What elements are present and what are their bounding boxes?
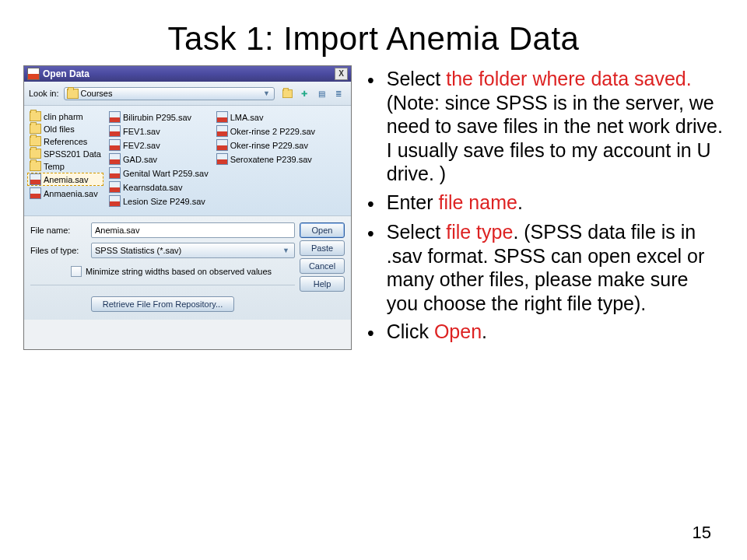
file-label: Oker-rinse 2 P229.sav [230,127,315,136]
file-label: Old files [44,124,75,134]
file-label: Seroxatene P239.sav [230,155,312,164]
bullet-dot: • [367,320,374,345]
slide-content: Open Data X Look in: Courses ▼ ✚ ▤ [0,65,747,350]
bullet-text: Enter file name. [387,191,523,216]
file-item[interactable]: LMA.sav [214,110,317,124]
sav-file-icon [216,125,228,137]
file-type-dropdown[interactable]: SPSS Statistics (*.sav) ▼ [91,243,295,258]
paste-button[interactable]: Paste [300,240,345,256]
look-in-label: Look in: [29,89,59,98]
sav-file-icon [109,111,121,123]
sav-file-icon [109,139,121,151]
sav-file-icon [109,181,121,193]
sav-file-icon [109,195,121,207]
bullet-dot: • [367,191,374,216]
minimize-label: Minimize string widths based on observed… [86,267,272,276]
file-label: LMA.sav [230,113,264,122]
sav-file-icon [109,167,121,179]
bullet-dot: • [367,220,374,315]
file-column: LMA.savOker-rinse 2 P229.savOker-rinse P… [214,110,317,208]
file-item[interactable]: Genital Wart P259.sav [107,166,211,180]
chevron-down-icon: ▼ [261,89,272,97]
file-item[interactable]: Oker-rinse 2 P229.sav [214,124,317,138]
file-label: Anemia.sav [44,175,88,184]
details-view-icon[interactable]: ≣ [331,86,346,101]
sav-file-icon [109,153,121,165]
folder-item[interactable]: clin pharm [27,110,103,122]
folder-item[interactable]: Old files [27,123,103,135]
sav-file-icon [30,173,41,185]
dialog-title: Open Data [43,68,89,79]
folder-icon [30,124,41,134]
bullet-item: •Click Open. [367,320,724,345]
folder-icon [30,161,41,171]
slide: Task 1: Import Anemia Data Open Data X L… [0,0,747,560]
list-view-icon[interactable]: ▤ [314,86,329,101]
spss-icon [27,68,40,80]
bullet-dot: • [367,67,374,186]
folder-item[interactable]: Temp [27,160,103,172]
file-list[interactable]: clin pharmOld filesReferencesSPSS201 Dat… [24,106,351,216]
folder-item[interactable]: SPSS201 Data [27,148,103,159]
sav-file-icon [30,187,41,199]
file-name-label: File name: [30,226,86,235]
dialog-titlebar: Open Data X [24,66,351,82]
look-in-value: Courses [81,89,113,98]
file-label: FEV2.sav [123,141,160,150]
folder-icon [30,149,41,159]
instruction-bullets: •Select the folder where data saved. (No… [367,65,724,350]
file-label: SPSS201 Data [44,149,101,159]
file-name-input[interactable]: Anemia.sav [91,222,295,238]
file-label: Oker-rinse P229.sav [230,141,308,150]
file-item[interactable]: GAD.sav [107,152,211,166]
file-item[interactable]: Seroxatene P239.sav [214,152,317,166]
file-item[interactable]: Oker-rinse P229.sav [214,138,317,152]
chevron-down-icon: ▼ [281,247,291,254]
file-label: Anmaenia.sav [44,189,98,198]
folder-icon [30,136,41,146]
file-item[interactable]: FEV2.sav [107,138,211,152]
file-label: Lesion Size P249.sav [123,197,205,206]
toolbar-icons: ✚ ▤ ≣ [279,86,346,101]
file-item[interactable]: Lesion Size P249.sav [107,194,211,208]
file-label: clin pharm [44,112,83,121]
file-item[interactable]: FEV1.sav [107,124,211,138]
file-label: Genital Wart P259.sav [123,169,209,178]
sav-file-icon [216,111,228,123]
minimize-checkbox[interactable] [71,266,82,277]
bullet-text: Select file type. (SPSS data file is in … [387,220,724,315]
file-label: Bilirubin P295.sav [123,113,191,122]
open-data-dialog: Open Data X Look in: Courses ▼ ✚ ▤ [23,65,352,350]
file-column: Bilirubin P295.savFEV1.savFEV2.savGAD.sa… [107,110,211,208]
up-folder-icon[interactable] [279,86,295,101]
bullet-item: •Select file type. (SPSS data file is in… [367,220,724,315]
file-label: Temp [44,162,65,171]
file-item[interactable]: Anmaenia.sav [27,187,103,200]
file-type-label: Files of type: [30,246,86,255]
bullet-text: Select the folder where data saved. (Not… [387,67,724,186]
file-label: References [44,137,87,146]
bullet-text: Click Open. [387,320,487,345]
folder-icon [30,111,41,121]
page-number: 15 [693,523,711,543]
slide-title: Task 1: Import Anemia Data [0,0,747,65]
dialog-lower: File name: Anemia.sav Files of type: SPS… [24,216,351,320]
file-item[interactable]: Anemia.sav [27,173,103,186]
help-button[interactable]: Help [300,276,345,292]
dialog-toolbar: Look in: Courses ▼ ✚ ▤ ≣ [24,82,351,106]
new-folder-icon[interactable]: ✚ [296,86,312,101]
file-item[interactable]: Bilirubin P295.sav [107,110,211,124]
close-icon[interactable]: X [335,68,348,80]
file-label: Kearnsdata.sav [123,183,182,192]
retrieve-repository-button[interactable]: Retrieve File From Repository... [91,296,234,312]
bullet-item: •Select the folder where data saved. (No… [367,67,724,186]
sav-file-icon [216,153,228,165]
sav-file-icon [216,139,228,151]
cancel-button[interactable]: Cancel [300,258,345,274]
open-button[interactable]: Open [300,222,345,238]
folder-icon [67,89,79,99]
look-in-dropdown[interactable]: Courses ▼ [64,87,275,100]
file-item[interactable]: Kearnsdata.sav [107,180,211,194]
folder-item[interactable]: References [27,135,103,147]
sav-file-icon [109,125,121,137]
